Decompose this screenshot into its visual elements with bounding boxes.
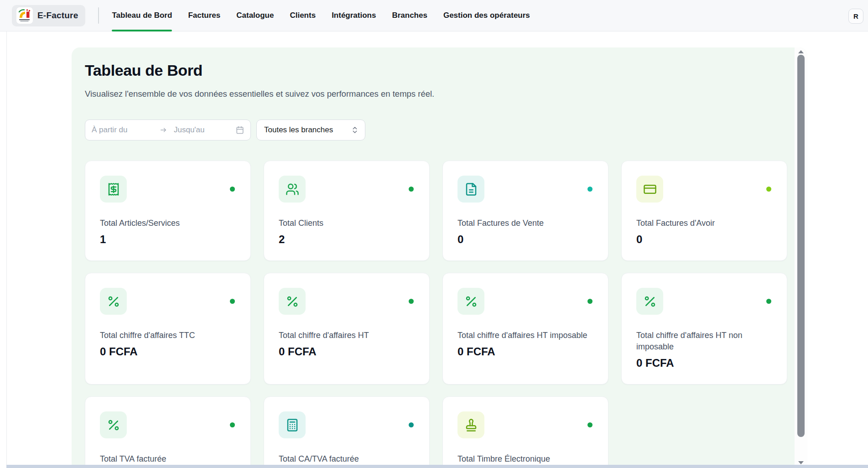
nav-item-catalogue[interactable]: Catalogue [236, 0, 274, 31]
calculator-icon [286, 418, 299, 432]
main-nav: Tableau de BordFacturesCatalogueClientsI… [112, 0, 530, 31]
page-subtitle: Visualisez l'ensemble de vos données ess… [85, 88, 807, 99]
stat-card-value: 0 FCFA [279, 345, 415, 358]
users-icon [286, 182, 299, 196]
nav-item-clients[interactable]: Clients [290, 0, 316, 31]
stat-card-icon-chip [457, 288, 484, 315]
receipt-icon [107, 182, 120, 196]
app-header: E-Facture Tableau de BordFacturesCatalog… [0, 0, 868, 31]
scroll-down-arrow-icon[interactable] [798, 461, 804, 464]
branch-select[interactable]: Toutes les branches [256, 120, 365, 140]
stat-card-total-articles-services: Total Articles/Services1 [85, 161, 251, 261]
stat-card-total-ca-tva-facturee: Total CA/TVA facturée0 FCFA [264, 396, 430, 468]
stat-card-value: 0 [457, 233, 593, 246]
stat-card-icon-chip [279, 411, 306, 438]
status-dot [587, 299, 593, 304]
scrollbar-thumb[interactable] [797, 55, 805, 437]
header-divider [98, 7, 99, 24]
stat-card-icon-chip [457, 411, 484, 438]
stat-card-label: Total Clients [279, 218, 414, 229]
status-dot [587, 422, 593, 427]
stat-card-total-chiffre-d-affaires-ht: Total chiffre d'affaires HT0 FCFA [264, 273, 430, 385]
date-range-picker[interactable]: À partir du Jusqu'au [85, 120, 251, 140]
filters-row: À partir du Jusqu'au Toutes les branches [85, 120, 807, 140]
app-title: E-Facture [37, 10, 78, 21]
stat-card-icon-chip [100, 176, 127, 203]
dashboard-panel: Tableau de Bord Visualisez l'ensemble de… [72, 47, 807, 468]
stats-grid: Total Articles/Services1Total Clients2To… [85, 161, 807, 468]
window-bottom-edge [6, 465, 868, 468]
status-dot [766, 187, 771, 192]
stat-card-total-clients: Total Clients2 [264, 161, 430, 261]
percent-icon [107, 295, 120, 308]
status-dot [230, 187, 235, 192]
arrow-right-icon [159, 126, 167, 134]
stat-card-total-chiffre-d-affaires-ht-non-imposable: Total chiffre d'affaires HT non imposabl… [621, 273, 787, 385]
stat-card-label: Total Factures de Vente [457, 218, 593, 229]
stat-card-icon-chip [100, 411, 127, 438]
stat-card-total-timbre-electronique: Total Timbre Électronique0 FCFA [442, 396, 608, 468]
nav-item-gestion-des-operateurs[interactable]: Gestion des opérateurs [443, 0, 530, 31]
stat-card-total-tva-facturee: Total TVA facturée0 FCFA [85, 396, 251, 468]
stat-card-icon-chip [279, 176, 306, 203]
percent-icon [286, 295, 299, 308]
scroll-up-arrow-icon[interactable] [798, 50, 804, 53]
stat-card-value: 0 [636, 233, 772, 246]
status-dot [230, 299, 235, 304]
stat-card-label: Total Timbre Électronique [457, 453, 593, 465]
nav-item-tableau-de-bord[interactable]: Tableau de Bord [112, 0, 172, 31]
stat-card-label: Total chiffre d'affaires HT imposable [457, 330, 593, 341]
branch-select-value: Toutes les branches [264, 125, 333, 135]
status-dot [230, 422, 235, 427]
stat-card-label: Total CA/TVA facturée [279, 453, 414, 465]
window-left-edge [6, 31, 7, 468]
app-logo-icon [16, 7, 33, 24]
stat-card-value: 0 FCFA [457, 345, 593, 358]
status-dot [409, 299, 414, 304]
nav-item-factures[interactable]: Factures [188, 0, 220, 31]
chevrons-up-down-icon [351, 126, 359, 134]
nav-item-integrations[interactable]: Intégrations [332, 0, 376, 31]
stat-card-label: Total Articles/Services [100, 218, 235, 229]
stat-card-icon-chip [636, 176, 663, 203]
stat-card-total-factures-d-avoir: Total Factures d'Avoir0 [621, 161, 787, 261]
stamp-icon [464, 418, 478, 432]
percent-icon [643, 295, 657, 308]
status-dot [409, 422, 414, 427]
status-dot [409, 187, 414, 192]
stat-card-icon-chip [279, 288, 306, 315]
stat-card-total-factures-de-vente: Total Factures de Vente0 [442, 161, 608, 261]
scrollbar [795, 47, 807, 468]
stat-card-value: 2 [279, 233, 415, 246]
stat-card-icon-chip [100, 288, 127, 315]
stat-card-icon-chip [457, 176, 484, 203]
date-from-input[interactable]: À partir du [92, 125, 159, 135]
stat-card-icon-chip [636, 288, 663, 315]
percent-icon [464, 295, 478, 308]
percent-icon [107, 418, 120, 432]
stat-card-total-chiffre-d-affaires-ht-imposable: Total chiffre d'affaires HT imposable0 F… [442, 273, 608, 385]
status-dot [587, 187, 593, 192]
stat-card-value: 0 FCFA [100, 345, 236, 358]
status-dot [766, 299, 771, 304]
credit-card-icon [643, 182, 657, 196]
calendar-icon [236, 126, 244, 134]
stat-card-value: 0 FCFA [636, 357, 772, 369]
app-brand[interactable]: E-Facture [12, 5, 85, 26]
stat-card-label: Total chiffre d'affaires HT [279, 330, 414, 341]
nav-item-branches[interactable]: Branches [392, 0, 427, 31]
stat-card-label: Total Factures d'Avoir [636, 218, 771, 229]
date-to-input[interactable]: Jusqu'au [174, 125, 236, 135]
page-title: Tableau de Bord [85, 61, 807, 79]
stat-card-total-chiffre-d-affaires-ttc: Total chiffre d'affaires TTC0 FCFA [85, 273, 251, 385]
file-text-icon [464, 182, 478, 196]
stat-card-value: 1 [100, 233, 236, 246]
stat-card-label: Total chiffre d'affaires HT non imposabl… [636, 330, 771, 353]
stat-card-label: Total chiffre d'affaires TTC [100, 330, 235, 341]
user-avatar-button[interactable]: R [848, 9, 863, 24]
stat-card-label: Total TVA facturée [100, 453, 235, 465]
